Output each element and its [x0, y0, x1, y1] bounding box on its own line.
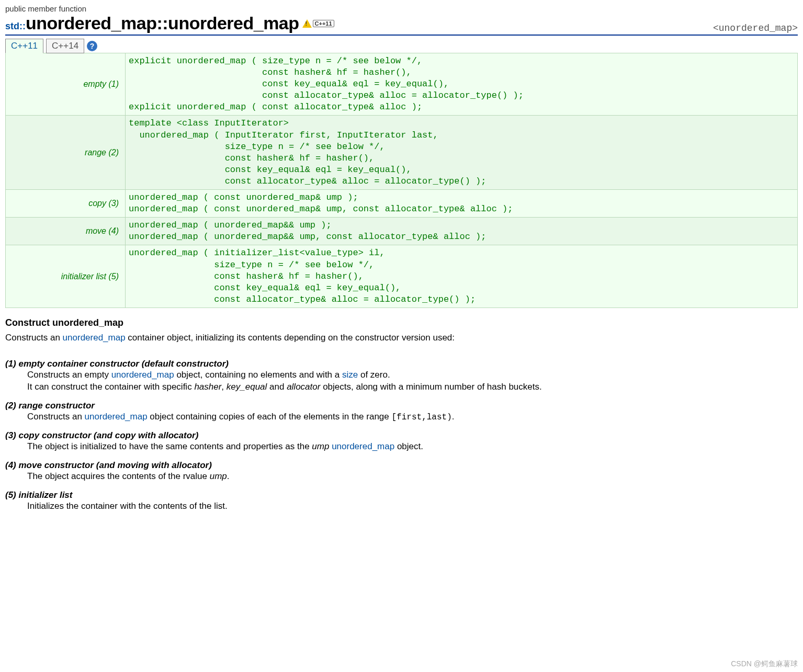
desc-text: The object acquires the contents of the … — [27, 471, 210, 481]
desc-text: . — [227, 471, 230, 481]
page-title: std::unordered_map::unordered_map C++11 — [5, 13, 334, 33]
table-row: copy (3) unordered_map ( const unordered… — [6, 190, 798, 218]
proto-code: unordered_map ( const unordered_map& ump… — [126, 190, 798, 218]
intro-text: container object, initializing its conte… — [126, 333, 455, 343]
desc-text: of zero. — [358, 370, 390, 380]
help-icon[interactable]: ? — [87, 41, 97, 51]
desc-text: object, containing no elements and with … — [174, 370, 342, 380]
link-unordered-map[interactable]: unordered_map — [332, 441, 394, 451]
desc-text: and — [267, 382, 287, 392]
constructor-2-desc: Constructs an unordered_map object conta… — [27, 411, 798, 424]
warning-icon[interactable]: C++11 — [302, 19, 334, 28]
constructor-3-desc: The object is initialized to have the sa… — [27, 441, 798, 453]
constructor-5-desc: Initializes the container with the conte… — [27, 500, 798, 512]
constructor-2-title: (2) range constructor — [5, 401, 798, 411]
desc-em: ump — [312, 441, 329, 451]
desc-em: key_equal — [227, 382, 267, 392]
constructor-5-title: (5) initializer list — [5, 490, 798, 500]
link-unordered-map[interactable]: unordered_map — [85, 412, 148, 422]
desc-text: , — [221, 382, 226, 392]
desc-text: object. — [394, 441, 423, 451]
desc-text: . — [452, 412, 455, 422]
scope-sep: :: — [156, 13, 168, 33]
constructor-4-desc: The object acquires the contents of the … — [27, 471, 798, 483]
desc-text: It can construct the container with spec… — [27, 382, 194, 392]
constructor-3-title: (3) copy constructor (and copy with allo… — [5, 430, 798, 441]
table-row: empty (1) explicit unordered_map ( size_… — [6, 53, 798, 116]
proto-label: move (4) — [6, 218, 126, 245]
title-block: public member function std::unordered_ma… — [5, 4, 334, 33]
proto-label: empty (1) — [6, 53, 126, 116]
desc-text: Constructs an — [27, 412, 85, 422]
proto-label: copy (3) — [6, 190, 126, 218]
desc-em: allocator — [287, 382, 320, 392]
page-header: public member function std::unordered_ma… — [5, 4, 798, 36]
constructor-1-desc: Constructs an empty unordered_map object… — [27, 369, 798, 393]
header-include: <unordered_map> — [713, 23, 798, 33]
proto-code: template <class InputIterator> unordered… — [126, 116, 798, 190]
subtitle: public member function — [5, 4, 334, 13]
constructor-4-title: (4) move constructor (and moving with al… — [5, 460, 798, 471]
proto-code: unordered_map ( initializer_list<value_t… — [126, 245, 798, 307]
desc-text: Constructs an empty — [27, 370, 111, 380]
link-unordered-map[interactable]: unordered_map — [63, 333, 126, 343]
namespace-prefix: std:: — [5, 21, 26, 31]
tab-cpp11[interactable]: C++11 — [5, 39, 43, 53]
section-title: Construct unordered_map — [5, 317, 798, 328]
cpp-badge: C++11 — [313, 20, 334, 27]
proto-code: unordered_map ( unordered_map&& ump ); u… — [126, 218, 798, 245]
version-tabs: C++11 C++14 ? — [5, 39, 798, 53]
desc-text: The object is initialized to have the sa… — [27, 441, 312, 451]
proto-code: explicit unordered_map ( size_type n = /… — [126, 53, 798, 116]
table-row: move (4) unordered_map ( unordered_map&&… — [6, 218, 798, 245]
member-name: unordered_map — [168, 13, 299, 33]
link-size[interactable]: size — [342, 370, 358, 380]
intro-paragraph: Constructs an unordered_map container ob… — [5, 332, 798, 344]
table-row: initializer list (5) unordered_map ( ini… — [6, 245, 798, 307]
desc-text: Initializes the container with the conte… — [27, 501, 228, 511]
intro-text: Constructs an — [5, 333, 63, 343]
warning-triangle-icon — [302, 19, 312, 28]
link-unordered-map[interactable]: unordered_map — [111, 370, 174, 380]
desc-text: object containing copies of each of the … — [148, 412, 392, 422]
desc-text: objects, along with a minimum number of … — [320, 382, 541, 392]
desc-code: [first,last) — [392, 413, 452, 422]
desc-em: ump — [210, 471, 227, 481]
class-name: unordered_map — [26, 13, 156, 33]
proto-label: initializer list (5) — [6, 245, 126, 307]
proto-label: range (2) — [6, 116, 126, 190]
constructor-list: (1) empty container constructor (default… — [5, 359, 798, 512]
desc-em: hasher — [194, 382, 221, 392]
constructor-1-title: (1) empty container constructor (default… — [5, 359, 798, 369]
tab-cpp14[interactable]: C++14 — [46, 39, 84, 53]
table-row: range (2) template <class InputIterator>… — [6, 116, 798, 190]
prototype-table: empty (1) explicit unordered_map ( size_… — [5, 53, 798, 308]
